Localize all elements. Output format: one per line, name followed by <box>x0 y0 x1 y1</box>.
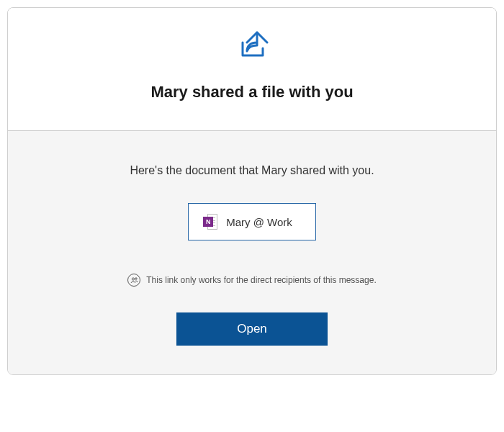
recipients-icon <box>127 274 140 287</box>
share-notification-card: Mary shared a file with you Here's the d… <box>7 7 497 375</box>
svg-point-1 <box>135 277 137 279</box>
open-button[interactable]: Open <box>176 312 328 346</box>
shared-file-name: Mary @ Work <box>226 216 292 228</box>
svg-point-0 <box>132 277 134 279</box>
recipients-notice: This link only works for the direct reci… <box>22 274 482 287</box>
card-header: Mary shared a file with you <box>8 8 496 130</box>
recipients-notice-text: This link only works for the direct reci… <box>146 275 376 285</box>
page-title: Mary shared a file with you <box>22 83 482 102</box>
shared-file-button[interactable]: N Mary @ Work <box>188 203 316 240</box>
share-icon <box>235 30 269 61</box>
card-body: Here's the document that Mary shared wit… <box>8 130 496 374</box>
onenote-file-icon: N <box>203 214 217 230</box>
share-message: Here's the document that Mary shared wit… <box>22 164 482 177</box>
